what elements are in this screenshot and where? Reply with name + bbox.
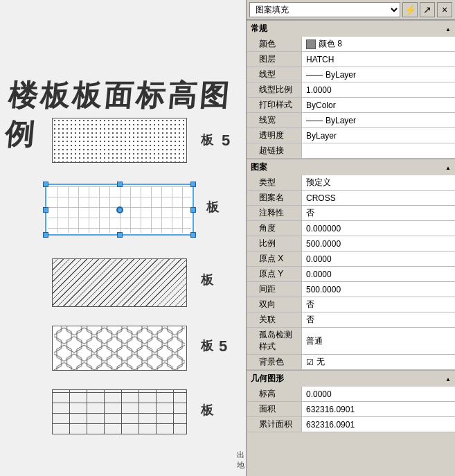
prop-patname: 图案名 CROSS xyxy=(247,191,455,206)
properties-panel: 图案填充 ⚡ ↗ × 常规 颜色 颜色 8 图层 HATCH 线型 — xyxy=(246,0,455,476)
prop-originx: 原点 X 0.0000 xyxy=(247,252,455,267)
prop-area-value[interactable]: 632316.0901 xyxy=(302,402,455,416)
handle-tr[interactable] xyxy=(190,182,196,187)
handle-br[interactable] xyxy=(190,232,196,238)
panel-header: 图案填充 ⚡ ↗ × xyxy=(247,0,455,20)
prop-double-value[interactable]: 否 xyxy=(302,297,455,312)
prop-linescale: 线型比例 1.0000 xyxy=(247,82,455,98)
hatch-sample-hex[interactable] xyxy=(52,326,187,371)
handle-ml[interactable] xyxy=(43,207,48,213)
hatch-sample-grid[interactable] xyxy=(52,389,187,434)
panel-title-select[interactable]: 图案填充 xyxy=(249,2,400,17)
handle-tm[interactable] xyxy=(117,182,123,187)
prop-assoc-label: 关联 xyxy=(247,312,302,327)
handle-bm[interactable] xyxy=(117,232,123,238)
prop-bgcolor-label: 背景色 xyxy=(247,355,302,369)
checkbox-icon: ☑ xyxy=(306,358,314,367)
section-geometry-label: 几何图形 xyxy=(251,373,284,385)
prop-hyperlink-value[interactable] xyxy=(302,143,455,158)
prop-linetype-label: 线型 xyxy=(247,67,302,82)
prop-originx-value[interactable]: 0.0000 xyxy=(302,252,455,266)
prop-linescale-value[interactable]: 1.0000 xyxy=(302,82,455,97)
prop-lineweight: 线宽 —— ByLayer xyxy=(247,113,455,128)
handle-mr[interactable] xyxy=(190,207,196,213)
prop-annotative-label: 注释性 xyxy=(247,206,302,220)
section-geometry-arrow xyxy=(445,375,451,382)
prop-island-label: 孤岛检测样式 xyxy=(247,328,302,354)
prop-linetype-value[interactable]: —— ByLayer xyxy=(302,67,455,82)
prop-double: 双向 否 xyxy=(247,297,455,312)
prop-linetype: 线型 —— ByLayer xyxy=(247,67,455,82)
panel-arrow-btn[interactable]: ↗ xyxy=(420,2,435,17)
prop-plotstyle-label: 打印样式 xyxy=(247,98,302,112)
prop-patname-value[interactable]: CROSS xyxy=(302,191,455,205)
center-handle xyxy=(116,206,123,213)
prop-layer: 图层 HATCH xyxy=(247,52,455,67)
handle-tl[interactable] xyxy=(43,182,48,187)
prop-hyperlink: 超链接 xyxy=(247,143,455,159)
prop-elevation-value[interactable]: 0.0000 xyxy=(302,387,455,401)
prop-angle-label: 角度 xyxy=(247,221,302,236)
prop-scale-label: 比例 xyxy=(247,236,302,251)
svg-rect-3 xyxy=(54,326,185,370)
section-general[interactable]: 常规 xyxy=(247,20,455,37)
prop-assoc-value[interactable]: 否 xyxy=(302,312,455,327)
prop-type-label: 类型 xyxy=(247,175,302,190)
hatch-sample-lines[interactable] xyxy=(52,258,187,307)
panel-content: 常规 颜色 颜色 8 图层 HATCH 线型 —— ByLayer 线型比例 xyxy=(247,20,455,476)
prop-island: 孤岛检测样式 普通 xyxy=(247,328,455,355)
prop-originy-label: 原点 Y xyxy=(247,267,302,281)
prop-plotstyle-value[interactable]: ByColor xyxy=(302,98,455,112)
panel-pin-btn[interactable]: ⚡ xyxy=(402,2,418,17)
prop-patname-label: 图案名 xyxy=(247,191,302,205)
prop-cumarea-value[interactable]: 632316.0901 xyxy=(302,417,455,432)
prop-bgcolor: 背景色 ☑ 无 xyxy=(247,355,455,370)
prop-transparency-label: 透明度 xyxy=(247,128,302,143)
prop-cumarea-label: 累计面积 xyxy=(247,417,302,432)
prop-color: 颜色 颜色 8 xyxy=(247,37,455,52)
section-general-arrow xyxy=(445,25,451,33)
handle-bl[interactable] xyxy=(43,232,48,238)
color-swatch xyxy=(306,39,316,49)
prop-island-value[interactable]: 普通 xyxy=(302,328,455,354)
section-pattern-label: 图案 xyxy=(251,161,267,173)
section-pattern-arrow xyxy=(445,164,451,171)
prop-lineweight-value[interactable]: —— ByLayer xyxy=(302,113,455,127)
panel-close-btn[interactable]: × xyxy=(437,2,452,17)
label-dots2: 5 xyxy=(222,132,230,150)
prop-originy-value[interactable]: 0.0000 xyxy=(302,267,455,281)
prop-scale-value[interactable]: 500.0000 xyxy=(302,236,455,251)
prop-elevation-label: 标高 xyxy=(247,387,302,401)
prop-spacing-label: 间距 xyxy=(247,282,302,297)
prop-color-value[interactable]: 颜色 8 xyxy=(302,37,455,51)
prop-type-value[interactable]: 预定义 xyxy=(302,175,455,190)
prop-originx-label: 原点 X xyxy=(247,252,302,266)
prop-angle: 角度 0.000000 xyxy=(247,221,455,236)
hatch-sample-dots[interactable] xyxy=(52,118,187,163)
hatch-sample-cross[interactable] xyxy=(45,184,194,236)
section-geometry[interactable]: 几何图形 xyxy=(247,370,455,387)
prop-angle-value[interactable]: 0.000000 xyxy=(302,221,455,236)
prop-originy: 原点 Y 0.0000 xyxy=(247,267,455,282)
drawing-area: 楼板板面标高图例 板 5 板 板 xyxy=(0,0,246,476)
prop-scale: 比例 500.0000 xyxy=(247,236,455,252)
label-hex2: 5 xyxy=(219,337,227,355)
prop-layer-value[interactable]: HATCH xyxy=(302,52,455,67)
prop-annotative-value[interactable]: 否 xyxy=(302,206,455,220)
prop-transparency: 透明度 ByLayer xyxy=(247,128,455,143)
prop-bgcolor-value[interactable]: ☑ 无 xyxy=(302,355,455,369)
prop-area: 面积 632316.0901 xyxy=(247,402,455,417)
label-grid: 板 xyxy=(201,402,213,418)
label-cross: 板 xyxy=(206,199,219,215)
prop-transparency-value[interactable]: ByLayer xyxy=(302,128,455,143)
prop-cumarea: 累计面积 632316.0901 xyxy=(247,417,455,432)
prop-type: 类型 预定义 xyxy=(247,175,455,191)
prop-layer-label: 图层 xyxy=(247,52,302,67)
section-pattern[interactable]: 图案 xyxy=(247,159,455,175)
label-hex: 板 xyxy=(201,337,213,354)
label-dots: 板 xyxy=(201,132,213,148)
prop-spacing-value[interactable]: 500.0000 xyxy=(302,282,455,297)
prop-elevation: 标高 0.0000 xyxy=(247,387,455,402)
bottom-label: 出地 xyxy=(237,450,244,470)
prop-assoc: 关联 否 xyxy=(247,312,455,328)
